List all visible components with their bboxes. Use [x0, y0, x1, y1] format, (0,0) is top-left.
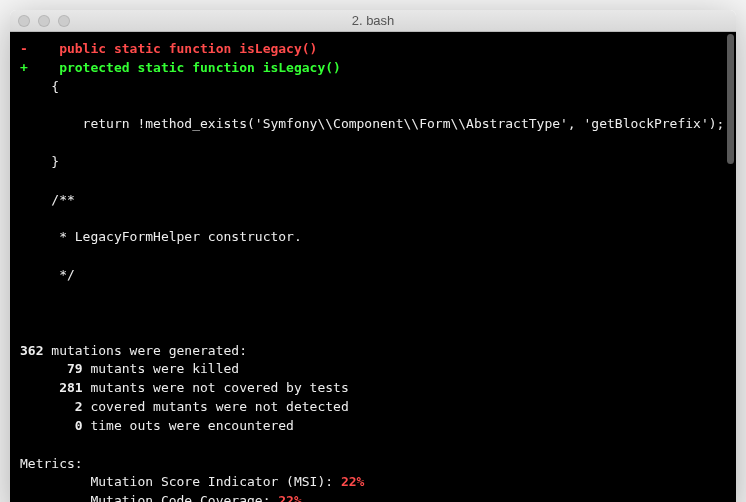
metrics-heading: Metrics:	[20, 456, 83, 471]
diff-plus-prefix: +	[20, 60, 28, 75]
metrics-label: Mutation Score Indicator (MSI):	[20, 474, 341, 489]
metrics-value: 22%	[341, 474, 364, 489]
scrollbar[interactable]	[727, 34, 734, 164]
titlebar[interactable]: 2. bash	[10, 10, 736, 32]
summary-count: 0	[75, 418, 83, 433]
metrics-value: 22%	[278, 493, 301, 502]
close-icon[interactable]	[18, 15, 30, 27]
diff-context-line: /**	[20, 191, 726, 210]
summary-count: 79	[67, 361, 83, 376]
metrics-label: Mutation Code Coverage:	[20, 493, 278, 502]
terminal-window: 2. bash - public static function isLegac…	[10, 10, 736, 502]
traffic-lights	[18, 15, 70, 27]
summary-label: covered mutants were not detected	[83, 399, 349, 414]
summary-label: mutants were not covered by tests	[83, 380, 349, 395]
diff-context-line: }	[20, 153, 726, 172]
minimize-icon[interactable]	[38, 15, 50, 27]
summary-label: time outs were encountered	[83, 418, 294, 433]
summary-total-label: mutations were generated:	[43, 343, 247, 358]
terminal-output: - public static function isLegacy()+ pro…	[20, 40, 726, 502]
diff-minus-prefix: -	[20, 41, 28, 56]
summary-count: 281	[59, 380, 82, 395]
diff-context-line: */	[20, 266, 726, 285]
zoom-icon[interactable]	[58, 15, 70, 27]
summary-label: mutants were killed	[83, 361, 240, 376]
diff-added-line: protected static function isLegacy()	[28, 60, 341, 75]
summary-count: 2	[75, 399, 83, 414]
window-title: 2. bash	[10, 13, 736, 28]
diff-context-line: * LegacyFormHelper constructor.	[20, 228, 726, 247]
diff-context-line: {	[20, 78, 726, 97]
summary-total-count: 362	[20, 343, 43, 358]
diff-context-line: return !method_exists('Symfony\\Componen…	[20, 115, 726, 134]
terminal-body[interactable]: - public static function isLegacy()+ pro…	[10, 32, 736, 502]
diff-removed-line: public static function isLegacy()	[28, 41, 318, 56]
